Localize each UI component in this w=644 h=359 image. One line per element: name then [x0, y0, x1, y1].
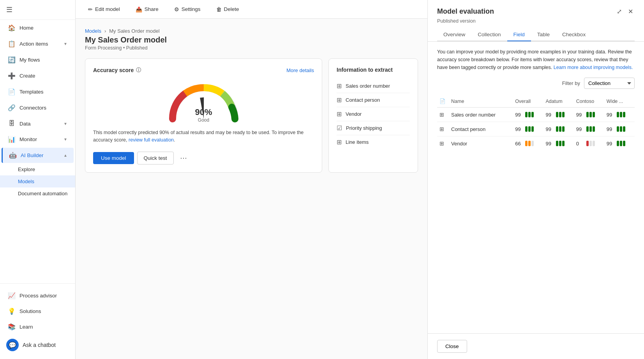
tab-overview[interactable]: Overview — [437, 28, 471, 41]
use-model-button[interactable]: Use model — [93, 152, 134, 164]
adatum-bars — [556, 141, 565, 146]
name-cell: Contact person — [449, 122, 513, 136]
chatbot-icon: 💬 — [6, 339, 19, 351]
bar — [556, 112, 558, 117]
bar — [620, 112, 622, 117]
wide-bars — [617, 141, 625, 146]
chevron-down-icon: ▼ — [64, 137, 67, 141]
bar — [589, 126, 592, 132]
bar — [531, 126, 534, 132]
flows-icon: 🔄 — [8, 56, 16, 64]
sidebar-item-ai-builder[interactable]: 🤖 AI Builder ▲ — [2, 148, 74, 163]
contoso-bars — [586, 112, 595, 117]
more-options-button[interactable]: ⋯ — [177, 152, 190, 164]
tab-checkbox[interactable]: Checkbox — [556, 28, 592, 41]
adatum-cell: 99 — [543, 108, 574, 122]
table-row: ⊞ Vendor 66 — [437, 136, 635, 151]
page-subtitle: Form Processing • Published — [85, 45, 418, 51]
sidebar-item-process-advisor[interactable]: 📈 Process advisor — [2, 288, 74, 303]
share-button[interactable]: 📤 Share — [132, 5, 162, 14]
info-item-contact-person: ⊞ Contact person — [337, 93, 410, 107]
bar — [586, 141, 589, 146]
bar — [593, 112, 595, 117]
learn-more-link[interactable]: Learn more about improving models. — [554, 65, 633, 70]
tab-table[interactable]: Table — [531, 28, 556, 41]
col-contoso: Contoso — [574, 95, 604, 108]
ai-builder-icon: 🤖 — [9, 152, 17, 159]
tab-field[interactable]: Field — [507, 28, 531, 41]
collection-filter-select[interactable]: CollectionFieldAll — [584, 78, 635, 89]
sidebar-item-data[interactable]: 🗄 Data ▼ — [2, 116, 74, 131]
hamburger-icon[interactable]: ☰ — [6, 5, 12, 14]
eval-description: You can improve your model by providing … — [437, 48, 635, 71]
overall-cell: 66 — [513, 136, 543, 151]
sidebar-item-explore[interactable]: Explore — [0, 163, 75, 175]
sidebar-item-monitor[interactable]: 📊 Monitor ▼ — [2, 132, 74, 147]
adatum-cell: 99 — [543, 136, 574, 151]
sidebar-item-connectors[interactable]: 🔗 Connectors — [2, 100, 74, 115]
col-adatum: Adatum — [543, 95, 574, 108]
bar — [562, 112, 565, 117]
top-toolbar: ✏ Edit model 📤 Share ⚙ Settings 🗑 Delete — [76, 0, 427, 19]
sidebar-item-action-items[interactable]: 📋 Action items ▼ — [2, 36, 74, 51]
table-row: ⊞ Sales order number 99 — [437, 108, 635, 122]
close-button[interactable]: Close — [437, 340, 467, 353]
table-field-icon: ⊞ — [337, 138, 342, 146]
bar — [528, 112, 531, 117]
field-icon: ⊞ — [439, 111, 444, 118]
bar — [559, 112, 561, 117]
delete-button[interactable]: 🗑 Delete — [213, 5, 242, 14]
page-body: Models › My Sales Order model My Sales O… — [76, 19, 427, 359]
bar — [531, 112, 534, 117]
home-icon: 🏠 — [8, 24, 16, 32]
settings-button[interactable]: ⚙ Settings — [171, 5, 204, 14]
chevron-down-icon: ▼ — [64, 42, 67, 46]
bar — [589, 112, 592, 117]
breadcrumb-separator: › — [104, 28, 106, 34]
overall-bars — [525, 126, 534, 132]
sidebar-item-templates[interactable]: 📄 Templates — [2, 84, 74, 99]
trash-icon: 🗑 — [216, 6, 222, 12]
sidebar-item-create[interactable]: ➕ Create — [2, 68, 74, 83]
accuracy-rating: Good — [195, 117, 212, 123]
accuracy-card-header: Accuracy score ⓘ More details — [93, 67, 314, 74]
bar — [623, 112, 625, 117]
bar — [528, 126, 531, 132]
learn-icon: 📚 — [8, 323, 16, 331]
action-buttons: Use model Quick test ⋯ — [93, 152, 314, 164]
accuracy-card-title: Accuracy score ⓘ — [93, 67, 141, 74]
bar — [525, 126, 528, 132]
sidebar-item-models[interactable]: Models — [0, 175, 75, 187]
checkbox-field-icon: ☑ — [337, 124, 342, 132]
tab-collection[interactable]: Collection — [471, 28, 507, 41]
gauge-label: 90% Good — [195, 107, 212, 123]
review-full-evaluation-link[interactable]: review full evaluation — [129, 137, 174, 143]
bar — [556, 141, 558, 146]
row-icon-cell: ⊞ — [437, 108, 449, 122]
sidebar-item-learn[interactable]: 📚 Learn — [2, 319, 74, 334]
name-cell: Sales order number — [449, 108, 513, 122]
bar — [562, 126, 565, 132]
expand-button[interactable]: ⤢ — [615, 6, 623, 17]
main-content: ✏ Edit model 📤 Share ⚙ Settings 🗑 Delete… — [76, 0, 427, 359]
accuracy-percentage: 90% — [195, 107, 212, 117]
bar — [593, 126, 595, 132]
templates-icon: 📄 — [8, 88, 16, 95]
wide-bars — [617, 126, 625, 132]
sidebar-item-home[interactable]: 🏠 Home — [2, 20, 74, 35]
sidebar-item-my-flows[interactable]: 🔄 My flows — [2, 52, 74, 67]
more-details-link[interactable]: More details — [286, 67, 314, 73]
chatbot-button[interactable]: 💬 Ask a chatbot — [0, 335, 75, 355]
bar — [525, 141, 528, 146]
edit-icon: ✏ — [88, 6, 93, 12]
breadcrumb-parent[interactable]: Models — [85, 28, 101, 34]
sidebar-item-doc-automation[interactable]: Document automation — [0, 187, 75, 200]
bar — [586, 126, 589, 132]
quick-test-button[interactable]: Quick test — [137, 152, 174, 164]
edit-model-button[interactable]: ✏ Edit model — [85, 5, 123, 14]
sidebar-item-solutions[interactable]: 💡 Solutions — [2, 304, 74, 319]
wide-bars — [617, 112, 625, 117]
gauge-chart: 90% Good — [93, 80, 314, 123]
bar — [623, 126, 625, 132]
close-panel-button[interactable]: ✕ — [626, 6, 635, 17]
